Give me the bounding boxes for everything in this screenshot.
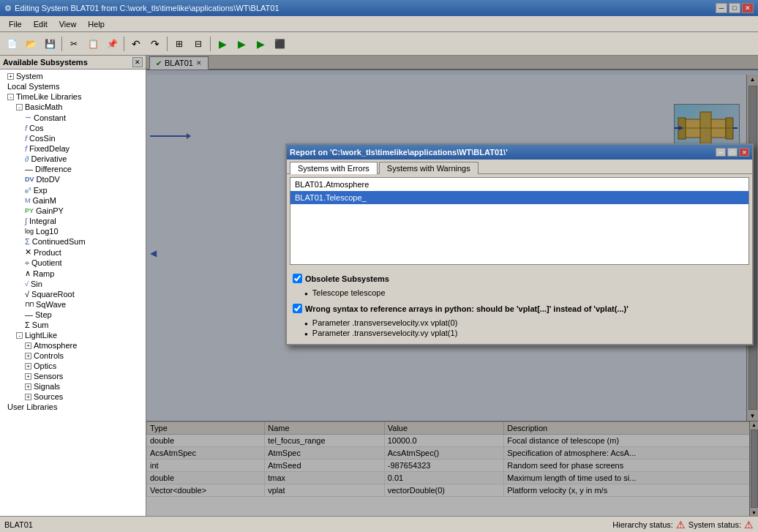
tree-local-systems[interactable]: Local Systems	[1, 81, 144, 91]
modal-maximize[interactable]: □	[727, 148, 738, 157]
ctrl-expand[interactable]: +	[25, 353, 31, 359]
obsolete-item-text: Telescope telescope	[312, 288, 386, 297]
run-button[interactable]: ▶	[214, 35, 231, 53]
maximize-button[interactable]: □	[729, 3, 740, 13]
menu-help[interactable]: Help	[82, 18, 110, 30]
tree-item-sum[interactable]: Σ Sum	[1, 320, 144, 330]
tree-user-libraries[interactable]: User Libraries	[1, 402, 144, 412]
modal-title-controls[interactable]: ─ □ ✕	[716, 148, 749, 157]
tree-item-difference[interactable]: — Difference	[1, 164, 144, 174]
modal-dialog: Report on 'C:\work_tls\timelike\applicat…	[285, 143, 754, 345]
stop-button[interactable]: ⬛	[271, 35, 288, 53]
tree-area: + System Local Systems - TimeLike Librar…	[0, 70, 146, 516]
tree-item-quotient[interactable]: ÷ Quotient	[1, 258, 144, 268]
menu-view[interactable]: View	[53, 18, 83, 30]
bullet-icon: ●	[304, 291, 308, 297]
undo-button[interactable]: ↶	[127, 35, 145, 53]
timelike-label: TimeLike Libraries	[16, 92, 81, 101]
close-button[interactable]: ✕	[742, 3, 754, 13]
tree-item-continuedsum[interactable]: Σ ContinuedSum	[1, 236, 144, 247]
save-button[interactable]: 💾	[41, 35, 59, 53]
tree-item-sin[interactable]: √ Sin	[1, 279, 144, 289]
sum-icon: Σ	[25, 321, 30, 329]
sig-expand[interactable]: +	[25, 383, 31, 390]
tree-item-cossin[interactable]: f CosSin	[1, 133, 144, 143]
tree-item-dtodv[interactable]: DV DtoDV	[1, 174, 144, 184]
sen-expand[interactable]: +	[25, 373, 31, 380]
bullet-icon-3: ●	[304, 331, 308, 337]
redo-button[interactable]: ↷	[146, 35, 164, 53]
tree-item-constant[interactable]: ∼ Constant	[1, 112, 144, 123]
product-icon: ✕	[25, 247, 31, 257]
modal-tabs: Systems with Errors Systems with Warning…	[287, 160, 752, 174]
menu-edit[interactable]: Edit	[28, 18, 53, 30]
tree-item-sqwave[interactable]: ⊓⊓ SqWave	[1, 299, 144, 310]
cut-button[interactable]: ✂	[65, 35, 83, 53]
open-button[interactable]: 📂	[22, 35, 40, 53]
step-button[interactable]: ▶	[233, 35, 250, 53]
tree-system[interactable]: + System	[1, 71, 144, 81]
system-label: System	[16, 72, 43, 80]
log-icon: log	[25, 228, 34, 235]
src-expand[interactable]: +	[25, 394, 31, 400]
tree-item-log10[interactable]: log Log10	[1, 226, 144, 236]
tree-item-squareroot[interactable]: √ SquareRoot	[1, 289, 144, 299]
tab-systems-warnings[interactable]: Systems with Warnings	[379, 162, 479, 174]
copy-button[interactable]: 📋	[84, 35, 102, 53]
tree-item-gainm[interactable]: M GainM	[1, 195, 144, 206]
error-item-atmosphere[interactable]: BLAT01.Atmosphere	[290, 178, 748, 191]
modal-close[interactable]: ✕	[739, 148, 749, 157]
tree-item-exp[interactable]: ex Exp	[1, 184, 144, 195]
right-panel: ✔ BLAT01 ✕ ▲ ▼ ▶ ◀	[146, 56, 758, 516]
tree-item-fixeddelay[interactable]: f FixedDelay	[1, 143, 144, 154]
tree-item-cos[interactable]: f Cos	[1, 123, 144, 133]
tree-icon: ∼	[25, 113, 31, 122]
zoom-out-button[interactable]: ⊟	[190, 35, 207, 53]
minimize-button[interactable]: ─	[716, 3, 727, 13]
sqwave-icon: ⊓⊓	[25, 301, 34, 308]
tree-item-integral[interactable]: ∫ Integral	[1, 216, 144, 226]
zoom-in-button[interactable]: ⊞	[170, 35, 188, 53]
lightlike-expand[interactable]: -	[16, 332, 23, 339]
toolbar: 📄 📂 💾 ✂ 📋 📌 ↶ ↷ ⊞ ⊟ ▶ ▶ ▶ ⬛	[0, 32, 758, 56]
paste-button[interactable]: 📌	[103, 35, 121, 53]
tree-lightlike[interactable]: - LightLike	[1, 330, 144, 340]
menu-file[interactable]: File	[3, 18, 28, 30]
system-status-label: System status:	[688, 520, 741, 529]
syntax-item-text-1: Parameter .transversevelocity.vx vplat(0…	[312, 318, 457, 327]
modal-error-list: BLAT01.Atmosphere BLAT01.Telescope_	[290, 177, 749, 265]
obsolete-checkbox[interactable]	[293, 274, 302, 283]
syntax-checkbox[interactable]	[293, 304, 302, 313]
tree-item-sensors[interactable]: + Sensors	[1, 371, 144, 381]
tree-item-derivative[interactable]: ∂ Derivative	[1, 154, 144, 164]
error-item-telescope[interactable]: BLAT01.Telescope_	[290, 191, 748, 204]
system-expand[interactable]: +	[7, 73, 14, 80]
tree-item-sources[interactable]: + Sources	[1, 391, 144, 402]
tree-item-atmosphere[interactable]: + Atmosphere	[1, 340, 144, 351]
title-bar-controls[interactable]: ─ □ ✕	[716, 3, 754, 13]
tree-item-ramp[interactable]: ∧ Ramp	[1, 268, 144, 279]
new-button[interactable]: 📄	[3, 35, 20, 53]
tree-item-controls[interactable]: + Controls	[1, 351, 144, 361]
atm-expand[interactable]: +	[25, 342, 31, 349]
menu-bar: File Edit View Help	[0, 16, 758, 32]
tree-item-step[interactable]: — Step	[1, 310, 144, 320]
gainpy-icon: PY	[25, 207, 34, 214]
timelike-expand[interactable]: -	[7, 94, 14, 100]
basicmath-expand[interactable]: -	[16, 104, 23, 110]
left-panel-close-button[interactable]: ✕	[132, 57, 143, 67]
section-obsolete-header: Obsolete Subsystems	[293, 274, 746, 283]
step2-button[interactable]: ▶	[252, 35, 269, 53]
tree-basicmath[interactable]: - BasicMath	[1, 102, 144, 112]
tree-timelike-libraries[interactable]: - TimeLike Libraries	[1, 91, 144, 102]
tree-item-signals[interactable]: + Signals	[1, 381, 144, 391]
tree-item-product[interactable]: ✕ Product	[1, 247, 144, 258]
opt-expand[interactable]: +	[25, 363, 31, 370]
tree-item-optics[interactable]: + Optics	[1, 361, 144, 371]
modal-title-bar: Report on 'C:\work_tls\timelike\applicat…	[287, 145, 752, 160]
system-name-label: BLAT01	[4, 520, 33, 529]
tree-item-gainpy[interactable]: PY GainPY	[1, 206, 144, 216]
modal-minimize[interactable]: ─	[716, 148, 726, 157]
contsum-icon: Σ	[25, 237, 30, 246]
tab-systems-errors[interactable]: Systems with Errors	[290, 162, 378, 174]
